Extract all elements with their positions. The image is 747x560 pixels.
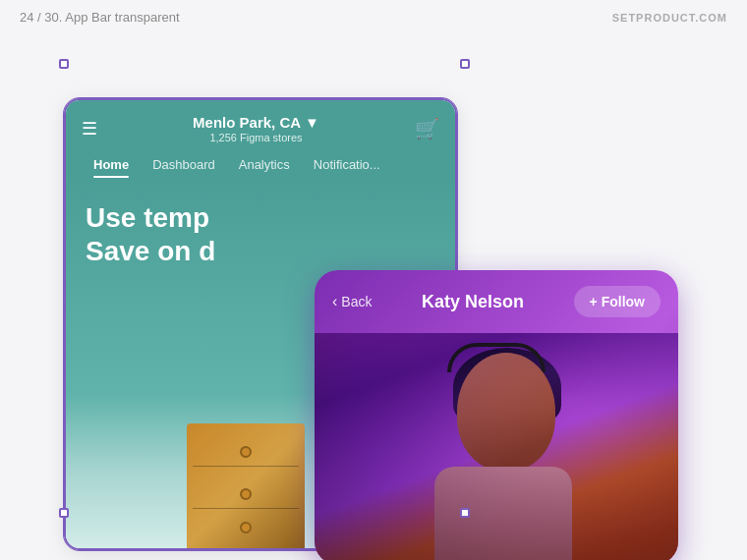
- profile-card: ‹ Back Katy Nelson + Follow: [315, 270, 678, 560]
- drawer-knob-2: [240, 488, 252, 500]
- hamburger-icon[interactable]: ☰: [82, 118, 97, 140]
- profile-name: Katy Nelson: [372, 292, 573, 312]
- hero-text: Use temp Save on d: [86, 201, 435, 267]
- app-bar-top: ☰ Menlo Park, CA ▼ 1,256 Figma stores 🛒: [82, 114, 439, 143]
- nav-tabs: Home Dashboard Analytics Notificatio...: [82, 151, 439, 178]
- purple-overlay: [315, 333, 678, 560]
- back-chevron-icon: ‹: [332, 293, 337, 310]
- back-label: Back: [341, 294, 372, 309]
- drawer-knob-1: [240, 446, 252, 458]
- selection-handle-tr: [460, 59, 470, 69]
- profile-photo-bg: [315, 333, 678, 560]
- canvas-area: ☰ Menlo Park, CA ▼ 1,256 Figma stores 🛒 …: [0, 34, 747, 553]
- tab-home[interactable]: Home: [82, 151, 141, 178]
- top-bar: 24 / 30. App Bar transparent SETPRODUCT.…: [0, 0, 747, 34]
- location-sub: 1,256 Figma stores: [193, 132, 319, 143]
- drawer-unit: [187, 423, 305, 550]
- cart-icon[interactable]: 🛒: [415, 117, 439, 140]
- drawer-body: [187, 423, 305, 550]
- location-name: Menlo Park, CA ▼: [193, 114, 319, 131]
- profile-photo-area: [315, 333, 678, 560]
- drawer-line-1: [193, 466, 299, 467]
- selection-handle-bl: [59, 508, 69, 518]
- selection-handle-br: [460, 508, 470, 518]
- drawer-knob-3: [240, 522, 252, 533]
- person-figure: [315, 333, 678, 560]
- back-button[interactable]: ‹ Back: [332, 293, 372, 310]
- dropdown-icon[interactable]: ▼: [305, 114, 319, 131]
- page-title: 24 / 30. App Bar transparent: [20, 10, 180, 25]
- profile-header: ‹ Back Katy Nelson + Follow: [315, 270, 678, 333]
- tab-analytics[interactable]: Analytics: [227, 151, 302, 178]
- app-bar: ☰ Menlo Park, CA ▼ 1,256 Figma stores 🛒 …: [66, 100, 455, 178]
- follow-button[interactable]: + Follow: [574, 286, 661, 317]
- selection-handle-tl: [59, 59, 69, 69]
- brand-label: SETPRODUCT.COM: [612, 12, 727, 24]
- location-info: Menlo Park, CA ▼ 1,256 Figma stores: [193, 114, 319, 143]
- tab-dashboard[interactable]: Dashboard: [141, 151, 227, 178]
- tab-notifications[interactable]: Notificatio...: [302, 151, 392, 178]
- drawer-line-2: [193, 508, 299, 509]
